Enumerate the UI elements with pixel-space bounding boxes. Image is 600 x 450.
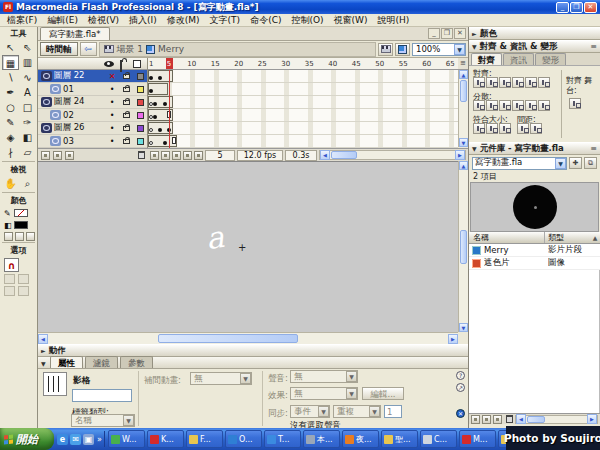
zoom-tool-icon[interactable]: ⌕ [19, 176, 36, 191]
scroll-thumb[interactable] [331, 151, 357, 159]
keyframe[interactable] [163, 141, 167, 145]
panel-options-icon[interactable]: ≡ [590, 144, 597, 153]
edit-multiple-frames-icon[interactable] [183, 151, 192, 160]
stage-vertical-scrollbar[interactable]: ▲ ▼ [458, 161, 468, 332]
edit-scene-button[interactable] [378, 43, 393, 56]
frame-row-02[interactable] [148, 109, 458, 122]
column-type[interactable]: 類型 [545, 232, 590, 243]
rectangle-tool-icon[interactable]: □ [19, 100, 36, 115]
option-button-2[interactable] [18, 274, 29, 284]
menu-item-2[interactable]: 檢視(V) [83, 14, 124, 26]
hand-tool-icon[interactable]: ✋ [2, 176, 19, 191]
task-button-6[interactable]: 夜... [342, 430, 379, 448]
layer-lock-cell[interactable] [119, 100, 133, 105]
expand-info-icon[interactable]: ✕ [456, 409, 465, 418]
layer-name[interactable]: 02 [63, 110, 105, 120]
timeline-vertical-scrollbar[interactable]: ▲ ▼ [458, 70, 468, 147]
keyframe[interactable] [158, 128, 162, 132]
scroll-down-icon[interactable]: ▼ [459, 138, 468, 147]
ink-bottle-tool-icon[interactable]: ◈ [2, 130, 19, 145]
detach-icon[interactable]: ↗ [456, 383, 465, 392]
restore-button[interactable]: ❐ [570, 2, 583, 13]
library-empty-area[interactable] [469, 270, 600, 413]
layer-row-03[interactable]: 03• [38, 135, 147, 148]
loop-count-input[interactable] [384, 405, 402, 418]
library-item-Merry[interactable]: Merry影片片段 [469, 244, 600, 257]
menu-item-4[interactable]: 修改(M) [162, 14, 205, 26]
chevron-down-icon[interactable]: ▼ [454, 44, 465, 55]
chevron-down-icon[interactable]: ▼ [346, 371, 357, 382]
help-icon[interactable]: ? [456, 371, 465, 380]
tab-filters[interactable]: 濾鏡 [85, 356, 118, 368]
edit-sound-button[interactable]: 編輯... [362, 387, 404, 400]
frame-row-圖層 22[interactable] [148, 70, 458, 83]
chevron-down-icon[interactable]: ▼ [240, 373, 251, 384]
layer-lock-cell[interactable] [119, 87, 133, 92]
menu-item-0[interactable]: 檔案(F) [2, 14, 42, 26]
chevron-down-icon[interactable]: ▼ [346, 388, 357, 399]
no-color-button[interactable] [15, 232, 24, 241]
timeline-options-icon[interactable]: ≡ [458, 58, 468, 70]
stroke-color-swatch[interactable] [14, 209, 28, 217]
outline-all-icon[interactable] [133, 60, 141, 68]
scroll-right-icon[interactable]: ▶ [587, 414, 597, 424]
new-symbol-icon[interactable] [471, 415, 480, 424]
tween-select[interactable]: 無 ▼ [190, 372, 252, 385]
layer-name[interactable]: 01 [63, 84, 105, 94]
task-button-3[interactable]: O... [225, 430, 262, 448]
sync-event-select[interactable]: 事件 ▼ [290, 405, 330, 418]
ruler-frame-15[interactable]: 15 [211, 60, 220, 68]
swap-colors-button[interactable] [26, 232, 35, 241]
item-name[interactable]: 遮色片 [484, 257, 548, 269]
timeline-toggle-button[interactable]: 時間軸 [40, 42, 78, 56]
doc-restore-button[interactable]: ❐ [441, 28, 453, 39]
onion-skin-icon[interactable] [161, 151, 170, 160]
layer-visibility-cell[interactable]: • [105, 137, 119, 146]
ruler-frame-30[interactable]: 30 [281, 60, 290, 68]
label-type-select[interactable]: 名稱 ▼ [71, 414, 135, 427]
distribute-bottom-icon[interactable] [499, 100, 511, 111]
library-doc-select[interactable]: 寫字動畫.fla ▼ [472, 157, 567, 170]
paint-bucket-tool-icon[interactable]: ◧ [19, 130, 36, 145]
layer-row-圖層 26[interactable]: 圖層 26• [38, 122, 147, 135]
empty-keyframe[interactable] [149, 115, 153, 119]
distribute-left-icon[interactable] [512, 100, 524, 111]
layer-outline-cell[interactable] [133, 138, 147, 145]
edit-symbol-button[interactable] [395, 43, 410, 56]
fill-color-row[interactable]: ◧ [0, 219, 37, 231]
option-button-3[interactable] [4, 286, 15, 296]
layer-visibility-cell[interactable]: • [105, 98, 119, 107]
color-panel-header[interactable]: ► 顏色 [469, 27, 600, 40]
new-folder-icon[interactable] [482, 415, 491, 424]
option-button-1[interactable] [4, 274, 15, 284]
frame-row-圖層 26[interactable] [148, 122, 458, 135]
sound-select[interactable]: 無 ▼ [290, 370, 358, 383]
frames-area[interactable]: 15101520253035404550556065 [148, 58, 458, 148]
ruler-frame-20[interactable]: 20 [234, 60, 243, 68]
library-item-遮色片[interactable]: 遮色片圖像 [469, 257, 600, 270]
stage-horizontal-scrollbar[interactable]: ◀ ▶ [38, 332, 458, 344]
layer-name[interactable]: 圖層 24 [54, 96, 105, 108]
menu-item-3[interactable]: 插入(I) [124, 14, 162, 26]
fill-color-swatch[interactable] [14, 221, 28, 229]
task-button-7[interactable]: 聖... [381, 430, 418, 448]
scroll-right-icon[interactable]: ▶ [455, 150, 465, 160]
layer-lock-cell[interactable] [119, 139, 133, 144]
align-right-icon[interactable] [499, 77, 511, 88]
task-button-2[interactable]: F... [186, 430, 223, 448]
layer-lock-cell[interactable] [119, 113, 133, 118]
layer-row-01[interactable]: 01• [38, 83, 147, 96]
document-tab[interactable]: 寫字動畫.fla* [40, 27, 110, 40]
distribute-right-icon[interactable] [538, 100, 550, 111]
pin-library-icon[interactable]: ✚ [569, 157, 582, 169]
ruler-frame-40[interactable]: 40 [328, 60, 337, 68]
layer-outline-cell[interactable] [133, 86, 147, 93]
menu-item-5[interactable]: 文字(T) [205, 14, 246, 26]
tab-info[interactable]: 資訊 [503, 53, 534, 65]
ruler-frame-5[interactable]: 5 [167, 60, 171, 68]
free-transform-tool-icon[interactable]: ▦ [2, 55, 19, 70]
scroll-down-icon[interactable]: ▼ [459, 323, 468, 332]
distribute-top-icon[interactable] [473, 100, 485, 111]
menu-item-1[interactable]: 編輯(E) [42, 14, 83, 26]
layer-outline-cell[interactable] [133, 99, 147, 106]
